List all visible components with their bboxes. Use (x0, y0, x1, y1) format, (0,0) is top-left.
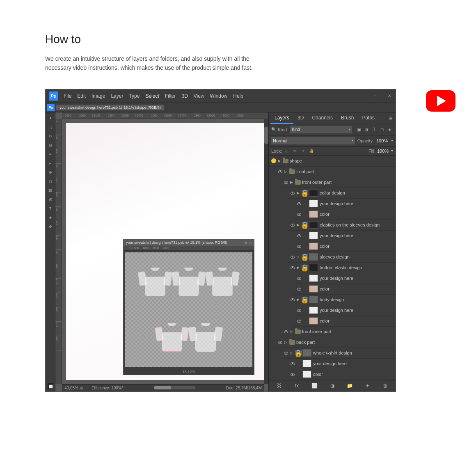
expand-icon[interactable]: ▷ (284, 340, 289, 344)
scrollbar-h-thumb[interactable] (154, 386, 171, 389)
layers-panel-menu[interactable]: ≡ (387, 113, 394, 123)
menu-file[interactable]: File (61, 92, 74, 100)
expand-icon[interactable]: ▶ (278, 159, 283, 163)
tool-eyedropper[interactable]: ✏ (46, 150, 55, 158)
tool-type[interactable]: T (46, 204, 55, 213)
menu-view[interactable]: View (191, 92, 207, 100)
layer-eye-collar[interactable] (289, 190, 296, 196)
youtube-button[interactable] (426, 90, 455, 112)
tool-pen[interactable]: ⌘ (46, 195, 55, 204)
tool-brush[interactable]: ⌐ (46, 159, 55, 167)
layer-your-design-4[interactable]: your design here (294, 305, 396, 316)
layer-eye-yd1[interactable] (296, 200, 302, 207)
add-layer-btn[interactable]: + (364, 382, 372, 390)
lock-pixels-icon[interactable]: ⊡ (284, 148, 290, 154)
filter-pixel-icon[interactable]: ▣ (355, 126, 362, 133)
tool-shape[interactable]: ◈ (46, 213, 55, 222)
menu-filter[interactable]: Filter (162, 92, 178, 100)
layer-shape[interactable]: ▶ shape (269, 156, 396, 167)
layer-eye-yd2[interactable] (296, 232, 302, 239)
layer-back-part[interactable]: ▷ back part (275, 337, 396, 348)
layer-elastics[interactable]: ▶ 🔒 elastics on the sleeves design (288, 220, 396, 231)
layer-your-design-5[interactable]: your design here (288, 359, 396, 369)
tab-layers[interactable]: Layers (270, 112, 293, 124)
layer-front-inner-part[interactable]: ▷ front inner part (281, 327, 396, 337)
ps-close-btn[interactable]: ✕ (387, 93, 392, 99)
tab-3d[interactable]: 3D (293, 112, 308, 124)
tool-foreground[interactable] (48, 383, 53, 389)
layer-sleeves-design[interactable]: ▷ 🔒 sleeves design (288, 252, 396, 263)
layer-color-4[interactable]: color (294, 316, 396, 327)
delete-layer-btn[interactable]: 🗑 (381, 382, 389, 390)
add-folder-btn[interactable]: 📁 (346, 382, 354, 390)
tool-zoom[interactable]: ⊕ (46, 222, 55, 231)
sub-win-expand[interactable]: □ (249, 240, 252, 245)
layer-color-3[interactable]: color (294, 284, 396, 295)
lock-position-icon[interactable]: ✏ (292, 148, 298, 154)
opacity-value[interactable]: 100% (376, 138, 389, 143)
ps-sub-window[interactable]: your sweatshirt design here731.psb @ 18,… (123, 239, 254, 375)
layer-eye-back[interactable] (277, 339, 284, 346)
menu-3d[interactable]: 3D (179, 92, 190, 100)
layer-collar-design[interactable]: ▶ 🔒 collar design (288, 188, 396, 199)
tool-lasso[interactable]: ↻ (46, 132, 55, 140)
menu-image[interactable]: Image (89, 92, 108, 100)
layer-eye-color5[interactable] (289, 371, 296, 378)
layer-your-design-2[interactable]: your design here (294, 231, 396, 241)
layer-eye-sleeves[interactable] (289, 254, 296, 260)
layer-body-design[interactable]: ▶ 🔒 body design (288, 295, 396, 305)
layer-whole-tshirt[interactable]: ▷ 🔒 whole t-shirt design (281, 348, 396, 359)
scrollbar-thumb[interactable] (264, 127, 268, 144)
filter-type-icon[interactable]: T (371, 126, 378, 133)
layer-eye-fip[interactable] (283, 328, 289, 335)
layer-eye-color2[interactable] (296, 243, 302, 249)
lock-all-icon[interactable]: 🔒 (308, 148, 315, 154)
filter-smart-icon[interactable]: ◈ (387, 126, 393, 133)
ps-maximize-btn[interactable]: □ (379, 93, 385, 99)
tool-eraser[interactable]: ◻ (46, 177, 55, 185)
layer-color-1[interactable]: color (294, 209, 396, 220)
layer-eye-wt[interactable] (283, 350, 289, 356)
tab-paths[interactable]: Paths (358, 112, 379, 124)
layer-your-design-3[interactable]: your design here (294, 273, 396, 284)
menu-window[interactable]: Window (208, 92, 230, 100)
adjustment-btn[interactable]: ◑ (328, 382, 336, 390)
layer-front-part[interactable]: ▷ front part (275, 167, 396, 177)
fill-value[interactable]: 100% (377, 149, 389, 153)
menu-edit[interactable]: Edit (75, 92, 88, 100)
layer-eye-yd4[interactable] (296, 307, 302, 314)
lock-artboard-icon[interactable]: ⟡ (300, 148, 307, 154)
layer-eye-yd5[interactable] (289, 360, 296, 367)
scrollbar-h-track[interactable] (154, 386, 195, 389)
layer-color-2[interactable]: color (294, 241, 396, 252)
add-mask-btn[interactable]: ⬜ (311, 382, 319, 390)
layer-eye-shape[interactable] (270, 158, 277, 164)
fill-arrow[interactable]: ▾ (391, 149, 393, 153)
expand-icon[interactable]: ▷ (284, 169, 289, 174)
opacity-arrow[interactable]: ▾ (391, 138, 393, 143)
menu-select[interactable]: Select (143, 92, 161, 100)
expand-icon[interactable]: ▷ (290, 330, 295, 334)
scrollbar-vertical[interactable] (264, 119, 268, 384)
add-style-btn[interactable]: fx (293, 382, 301, 390)
ps-document-tab[interactable]: your sweatshirt design here731.psb @ 18.… (56, 105, 164, 110)
kind-dropdown[interactable]: Kind ▾ (290, 126, 352, 133)
blend-mode-dropdown[interactable]: Normal ▾ (271, 137, 355, 144)
layer-eye-color4[interactable] (296, 318, 302, 324)
layer-your-design-1[interactable]: your design here (294, 199, 396, 209)
layer-bottom-elastic[interactable]: ▶ 🔒 bottom elastic design (288, 263, 396, 273)
tab-channels[interactable]: Channels (308, 112, 337, 124)
tool-crop[interactable]: ⊡ (46, 141, 55, 149)
layer-eye-color3[interactable] (296, 286, 302, 292)
tool-gradient[interactable]: ▦ (46, 186, 55, 195)
layer-eye-front-part[interactable] (277, 168, 284, 175)
layer-eye-body[interactable] (289, 296, 296, 303)
tab-brush[interactable]: Brush (337, 112, 358, 124)
sub-win-close[interactable]: ✕ (244, 240, 247, 245)
tool-clone[interactable]: ⊕ (46, 168, 55, 176)
menu-layer[interactable]: Layer (108, 92, 126, 100)
layer-front-outer-part[interactable]: ▶ front outer part (281, 177, 396, 188)
ps-minimize-btn[interactable]: ─ (372, 93, 378, 99)
menu-help[interactable]: Help (231, 92, 246, 100)
expand-icon[interactable]: ▶ (290, 180, 295, 184)
